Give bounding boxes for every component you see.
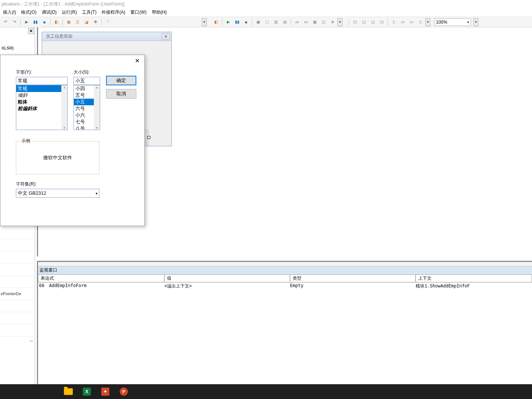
col-expression[interactable]: 表达式 — [38, 274, 164, 282]
menu-debug[interactable]: 调试(D) — [40, 8, 58, 16]
scrollbar[interactable]: ▴▾ — [61, 85, 67, 130]
redo-icon[interactable]: ↷ — [10, 18, 18, 26]
watch-type: Empty — [290, 283, 416, 289]
dropdown3-icon[interactable]: ▾ — [425, 18, 430, 26]
close-icon[interactable]: ✕ — [162, 33, 170, 40]
size3-icon[interactable]: ▭ — [407, 18, 416, 26]
taskbar-app[interactable]: ✦ — [96, 384, 115, 399]
prop-row[interactable] — [0, 239, 35, 251]
zoom-value: 100% — [436, 20, 447, 25]
prop-row[interactable] — [0, 251, 35, 263]
close-icon[interactable]: ✕ — [28, 28, 34, 34]
properties-icon[interactable]: ☰ — [74, 18, 82, 26]
close-icon[interactable]: ✕ — [133, 57, 141, 64]
menu-run[interactable]: 运行(R) — [60, 8, 78, 16]
project-node[interactable]: XLSR) — [1, 46, 34, 50]
size-input[interactable] — [74, 77, 100, 85]
size-listbox[interactable]: 小四 五号 小五 六号 小六 七号 八号 ▴▾ — [74, 85, 100, 130]
pause2-icon[interactable]: ▮▮ — [233, 18, 241, 26]
pause-icon[interactable]: ▮▮ — [31, 18, 40, 26]
dropdown4-icon[interactable]: ▾ — [473, 18, 478, 26]
separator — [62, 19, 63, 25]
sample-text: 微软中文软件 — [16, 141, 99, 174]
cascade-icon[interactable]: ◫ — [320, 18, 328, 26]
menu-window[interactable]: 窗口(W) — [129, 8, 148, 16]
ellipsis-button[interactable]: ... — [0, 337, 35, 343]
send-back-icon[interactable]: ▢ — [263, 18, 271, 26]
taskbar-explorer[interactable] — [59, 384, 78, 399]
taskbar-excel[interactable]: X — [78, 384, 96, 399]
project-icon[interactable]: ▦ — [65, 18, 73, 26]
list-item[interactable]: 倾斜 — [16, 92, 67, 99]
style-input[interactable] — [16, 77, 68, 85]
userform-titlebar[interactable]: 员工信息添加 ✕ — [42, 32, 171, 41]
window2-icon[interactable]: ▭ — [302, 18, 310, 26]
col-value[interactable]: 值 — [164, 274, 290, 282]
zoom-input[interactable]: 100% ▾ — [434, 18, 471, 26]
stop2-icon[interactable]: ■ — [242, 18, 250, 26]
menu-format[interactable]: 格式(O) — [20, 8, 38, 16]
menu-addins[interactable]: 外接程序(A) — [100, 8, 127, 16]
scrollbar[interactable]: ▴▾ — [94, 85, 100, 130]
list-item[interactable]: 粗体 — [16, 99, 67, 105]
taskbar-powerpoint[interactable]: P — [115, 384, 133, 399]
size2-icon[interactable]: ▭ — [399, 18, 407, 26]
run2-icon[interactable]: ▶ — [224, 18, 232, 26]
dropdown2-icon[interactable]: ▾ — [337, 18, 342, 26]
list-item[interactable]: 粗偏斜体 — [16, 105, 67, 112]
help-icon[interactable]: ❔ — [103, 18, 112, 26]
prop-pointer[interactable]: ePointerDe — [0, 288, 35, 300]
design-mode-icon[interactable]: ◧ — [52, 18, 61, 26]
stop-icon[interactable]: ■ — [40, 18, 48, 26]
size4-icon[interactable]: ▯ — [416, 18, 424, 26]
panel-splitter[interactable] — [38, 262, 532, 266]
cancel-button[interactable]: 取消 — [106, 89, 136, 99]
tile-icon[interactable]: ▦ — [311, 18, 319, 26]
style-listbox[interactable]: 常规 倾斜 粗体 粗偏斜体 ▴▾ — [16, 85, 68, 130]
charset-label: 字符集(R): — [16, 181, 137, 187]
font-dialog: ✕ 字形(Y): 常规 倾斜 粗体 粗偏斜体 ▴▾ 大小(S): 小四 五 — [0, 55, 145, 226]
run-icon[interactable]: ▶ — [23, 18, 31, 26]
menu-insert[interactable]: 插入(I) — [1, 8, 17, 16]
ungroup-icon[interactable]: ▤ — [281, 18, 289, 26]
prop-row[interactable] — [0, 312, 35, 324]
align2-icon[interactable]: ◱ — [360, 18, 368, 26]
list-item[interactable]: 常规 — [16, 85, 67, 92]
chevron-down-icon: ▾ — [467, 20, 469, 24]
align4-icon[interactable]: ◳ — [378, 18, 386, 26]
group-icon[interactable]: ▥ — [272, 18, 280, 26]
ok-button[interactable]: 确定 — [106, 76, 136, 85]
separator — [101, 19, 102, 25]
separator — [388, 19, 388, 25]
charset-select[interactable]: 中文 GB2312 ▾ — [16, 189, 99, 198]
align3-icon[interactable]: ◲ — [369, 18, 377, 26]
separator — [291, 19, 291, 25]
separator — [349, 19, 349, 25]
design-icon[interactable]: ◧ — [212, 18, 220, 26]
toolbar: ↶ ↷ ▶ ▮▮ ■ ◧ ▦ ☰ ◪ ✱ ❔ ▾ ◧ ▶ ▮▮ ■ ▣ ▢ ▥ … — [0, 17, 532, 27]
prop-row[interactable] — [0, 324, 35, 337]
menu-help[interactable]: 帮助(H) — [150, 8, 168, 16]
col-context[interactable]: 上下文 — [416, 274, 532, 282]
window1-icon[interactable]: ▭ — [293, 18, 301, 26]
size1-icon[interactable]: ▯ — [390, 18, 398, 26]
watch-row[interactable]: 66 AddEmpInfoForm <溢出上下文> Empty 模块1.Show… — [38, 283, 532, 290]
prop-row[interactable] — [0, 276, 35, 288]
link-icon[interactable]: ⬘ — [328, 18, 337, 26]
col-type[interactable]: 类型 — [290, 274, 416, 282]
align1-icon[interactable]: ◰ — [351, 18, 359, 26]
dialog-header[interactable]: ✕ — [0, 55, 144, 66]
bring-front-icon[interactable]: ▣ — [254, 18, 262, 26]
prop-row[interactable] — [0, 263, 35, 276]
object-browser-icon[interactable]: ◪ — [82, 18, 91, 26]
prop-row[interactable] — [0, 227, 35, 239]
app-icon: ✦ — [101, 388, 109, 396]
dropdown-icon[interactable]: ▾ — [202, 18, 207, 26]
toolbox-icon[interactable]: ✱ — [91, 18, 99, 26]
menu-tools[interactable]: 工具(T) — [81, 8, 98, 16]
undo-icon[interactable]: ↶ — [1, 18, 10, 26]
sample-frame: 示例 微软中文软件 — [16, 141, 99, 174]
prop-row[interactable] — [0, 300, 35, 312]
menu-bar: 插入(I) 格式(O) 调试(D) 运行(R) 工具(T) 外接程序(A) 窗口… — [0, 8, 532, 17]
watch-value: <溢出上下文> — [164, 283, 290, 289]
